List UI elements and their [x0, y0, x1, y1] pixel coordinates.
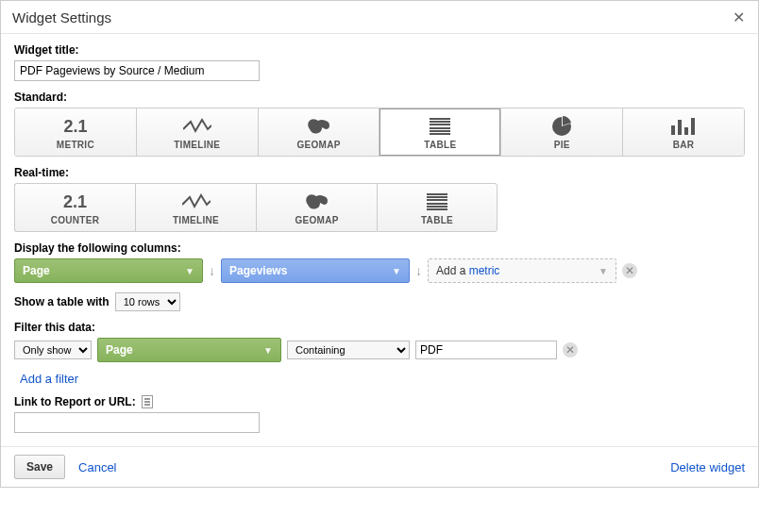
rt-type-timeline[interactable]: TIMELINE	[135, 183, 256, 232]
save-button[interactable]: Save	[14, 455, 65, 479]
remove-column-button[interactable]: ✕	[622, 263, 637, 278]
realtime-label: Real-time:	[14, 166, 745, 179]
delete-widget-link[interactable]: Delete widget	[670, 460, 745, 474]
widget-title-input[interactable]	[14, 60, 260, 81]
dialog-header: Widget Settings ✕	[1, 1, 758, 34]
type-table[interactable]: TABLE	[380, 108, 501, 156]
timeline-icon	[183, 116, 211, 137]
widget-settings-dialog: Widget Settings ✕ Widget title: Standard…	[0, 0, 759, 488]
type-pie[interactable]: PIE	[501, 108, 623, 156]
filter-row: Only show Page ▼ Containing ✕	[14, 338, 745, 362]
chevron-down-icon: ▼	[599, 266, 608, 276]
rt-type-counter[interactable]: 2.1 COUNTER	[14, 183, 135, 232]
standard-type-grid: 2.1 METRIC TIMELINE GEOMAP	[14, 108, 745, 157]
geomap-icon	[303, 191, 331, 212]
column-2-select[interactable]: Pageviews ▼	[221, 258, 410, 283]
arrow-down-icon: ↓	[209, 263, 215, 278]
link-report-label: Link to Report or URL:	[14, 395, 136, 408]
table-icon	[427, 191, 447, 212]
remove-icon: ✕	[625, 264, 634, 277]
filter-mode-select[interactable]: Only show	[14, 341, 92, 359]
document-icon	[142, 395, 153, 408]
type-bar[interactable]: BAR	[623, 108, 744, 156]
remove-filter-button[interactable]: ✕	[563, 342, 578, 357]
type-geomap[interactable]: GEOMAP	[259, 108, 380, 156]
filter-label: Filter this data:	[14, 321, 745, 334]
arrow-down-icon: ↓	[415, 263, 422, 278]
pie-icon	[551, 116, 572, 137]
type-timeline[interactable]: TIMELINE	[137, 108, 259, 156]
close-button[interactable]: ✕	[730, 8, 747, 25]
chevron-down-icon: ▼	[263, 345, 273, 356]
cancel-link[interactable]: Cancel	[78, 460, 116, 474]
chevron-down-icon: ▼	[392, 266, 401, 276]
remove-icon: ✕	[565, 343, 575, 357]
table-icon	[430, 116, 450, 137]
columns-row: Page ▼ ↓ Pageviews ▼ ↓ Add a metric ▼ ✕	[14, 258, 745, 283]
counter-icon: 2.1	[63, 191, 87, 212]
add-filter-link[interactable]: Add a filter	[20, 372, 78, 386]
type-metric[interactable]: 2.1 METRIC	[15, 108, 137, 156]
dialog-title: Widget Settings	[12, 9, 111, 25]
dialog-footer: Save Cancel Delete widget	[1, 446, 758, 487]
link-report-input[interactable]	[14, 412, 260, 433]
dialog-body: Widget title: Standard: 2.1 METRIC TIMEL…	[1, 34, 758, 446]
realtime-type-grid: 2.1 COUNTER TIMELINE GEOMAP	[14, 183, 745, 232]
table-rows-label: Show a table with	[14, 295, 110, 308]
column-1-select[interactable]: Page ▼	[14, 258, 203, 283]
columns-label: Display the following columns:	[14, 241, 745, 255]
timeline-icon	[182, 191, 211, 212]
bar-icon	[671, 116, 696, 137]
standard-label: Standard:	[14, 91, 745, 104]
filter-operator-select[interactable]: Containing	[287, 341, 410, 359]
filter-value-input[interactable]	[415, 341, 557, 359]
add-metric-select[interactable]: Add a metric ▼	[428, 258, 616, 283]
chevron-down-icon: ▼	[185, 266, 194, 276]
widget-title-label: Widget title:	[14, 43, 745, 57]
close-icon: ✕	[733, 8, 745, 26]
rt-type-table[interactable]: TABLE	[377, 183, 498, 232]
filter-field-select[interactable]: Page ▼	[97, 338, 281, 362]
table-rows-select[interactable]: 10 rows	[115, 292, 180, 311]
rt-type-geomap[interactable]: GEOMAP	[256, 183, 377, 232]
geomap-icon	[305, 116, 333, 137]
metric-icon: 2.1	[63, 116, 87, 137]
